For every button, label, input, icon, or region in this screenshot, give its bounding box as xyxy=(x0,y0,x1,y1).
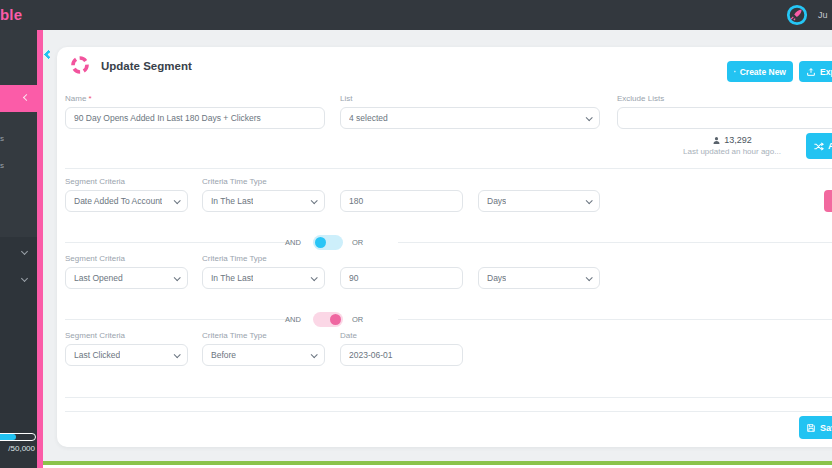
plus-icon xyxy=(734,67,736,76)
segment-criteria-label: Segment Criteria xyxy=(65,331,125,340)
chevron-down-icon xyxy=(586,197,593,204)
contact-count: 13,292 xyxy=(724,135,752,145)
segment-criteria-label: Segment Criteria xyxy=(65,177,125,186)
criteria-unit-select[interactable]: Days xyxy=(478,267,600,289)
create-new-button[interactable]: Create New xyxy=(727,61,793,82)
back-chevron-icon[interactable] xyxy=(44,50,54,60)
chevron-down-icon xyxy=(311,274,318,281)
export-icon xyxy=(806,67,816,77)
actions-label: Actions xyxy=(828,141,832,151)
list-selected-value: 4 selected xyxy=(349,113,388,123)
date-label: Date xyxy=(340,331,357,340)
create-new-label: Create New xyxy=(740,67,786,77)
and-label: AND xyxy=(285,238,301,247)
criteria-time-type-label: Criteria Time Type xyxy=(202,177,267,186)
and-label: AND xyxy=(285,315,301,324)
toggle-divider-right xyxy=(398,242,832,243)
brand-logo[interactable]: ble xyxy=(0,6,22,23)
usage-limit-label: /50,000 xyxy=(8,444,35,453)
segment-criteria-select[interactable]: Last Clicked xyxy=(65,344,188,366)
chevron-down-icon xyxy=(174,274,181,281)
exclude-lists-input[interactable] xyxy=(617,107,832,129)
remove-criteria-button[interactable] xyxy=(824,190,832,212)
segment-criteria-select[interactable]: Last Opened xyxy=(65,267,188,289)
chevron-down-icon xyxy=(311,351,318,358)
criteria-time-type-select[interactable]: In The Last xyxy=(202,190,325,212)
chevron-down-icon xyxy=(174,351,181,358)
save-label: Save xyxy=(820,423,832,433)
criteria-time-type-select[interactable]: Before xyxy=(202,344,325,366)
segment-icon xyxy=(70,55,90,75)
app-screen: ble Ju s s /50,000 Update Segment xyxy=(0,0,832,468)
export-label: Export xyxy=(820,67,832,77)
segment-criteria-select[interactable]: Date Added To Account xyxy=(65,190,188,212)
criteria-time-type-label: Criteria Time Type xyxy=(202,254,267,263)
criteria-unit-select[interactable]: Days xyxy=(478,190,600,212)
toggle-divider-left xyxy=(65,242,291,243)
chevron-left-icon xyxy=(23,94,30,101)
actions-button[interactable]: Actions xyxy=(806,133,832,159)
or-label: OR xyxy=(352,315,363,324)
section-divider xyxy=(65,168,832,169)
criteria-date-input[interactable] xyxy=(340,344,463,366)
page-title: Update Segment xyxy=(101,60,192,72)
name-label: Name * xyxy=(65,94,92,103)
chevron-down-icon xyxy=(586,114,593,121)
list-select[interactable]: 4 selected xyxy=(340,107,600,129)
name-input[interactable] xyxy=(65,107,325,129)
shuffle-icon xyxy=(813,141,824,152)
criteria-time-type-label: Criteria Time Type xyxy=(202,331,267,340)
section-divider xyxy=(65,397,832,398)
user-name[interactable]: Ju xyxy=(818,10,828,20)
criteria-time-type-select[interactable]: In The Last xyxy=(202,267,325,289)
export-button[interactable]: Export xyxy=(799,61,832,82)
save-icon xyxy=(806,423,816,433)
rocket-avatar-icon[interactable] xyxy=(786,4,808,26)
toggle-divider-right xyxy=(398,319,832,320)
sidebar-item-active[interactable] xyxy=(0,85,43,112)
chevron-down-icon xyxy=(174,197,181,204)
sidebar-item-label[interactable]: s xyxy=(0,161,4,170)
last-updated-label: Last updated an hour ago... xyxy=(666,147,798,156)
segment-criteria-label: Segment Criteria xyxy=(65,254,125,263)
and-or-toggle-1[interactable] xyxy=(313,235,343,250)
chevron-down-icon xyxy=(311,197,318,204)
segment-stats: 13,292 Last updated an hour ago... xyxy=(666,135,798,156)
chevron-down-icon xyxy=(586,274,593,281)
sidebar-item-label[interactable]: s xyxy=(0,134,4,143)
contacts-usage-progressbar xyxy=(0,433,36,441)
save-button[interactable]: Save xyxy=(799,416,832,439)
exclude-lists-label: Exclude Lists xyxy=(617,94,664,103)
criteria-amount-input[interactable] xyxy=(340,190,463,212)
top-bar: ble Ju xyxy=(0,0,832,30)
person-icon xyxy=(712,136,721,145)
required-asterisk: * xyxy=(89,94,92,103)
toggle-knob xyxy=(315,237,326,248)
usage-progress-fill xyxy=(0,434,16,440)
footer-divider xyxy=(65,411,832,412)
toggle-divider-left xyxy=(65,319,291,320)
list-label: List xyxy=(340,94,352,103)
criteria-amount-input[interactable] xyxy=(340,267,463,289)
or-label: OR xyxy=(352,238,363,247)
and-or-toggle-2[interactable] xyxy=(313,312,343,327)
toggle-knob xyxy=(330,314,341,325)
